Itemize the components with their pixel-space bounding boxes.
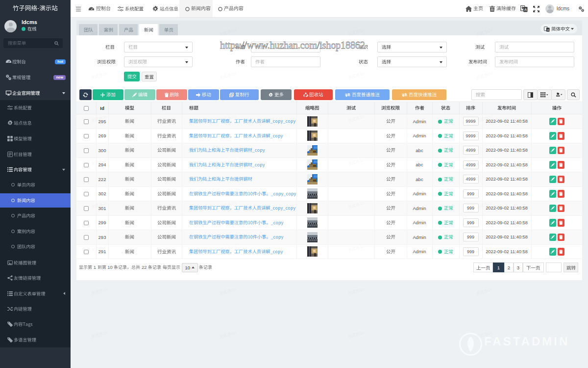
- svg-text:https://www.huzhan.com/ishop18: https://www.huzhan.com/ishop18862: [220, 40, 365, 51]
- svg-text:A: A: [524, 8, 527, 12]
- svg-text:A: A: [547, 28, 549, 31]
